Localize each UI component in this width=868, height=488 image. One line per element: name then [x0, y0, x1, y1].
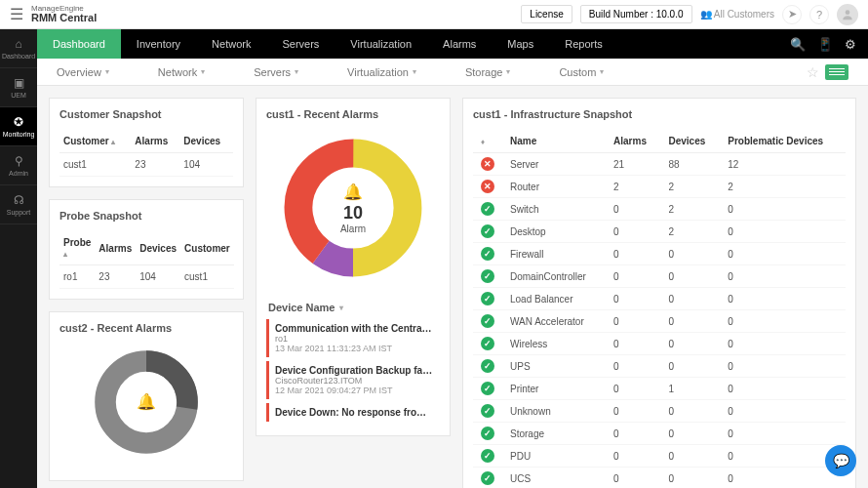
- table-row[interactable]: ✓ UCS 0 0 0: [473, 468, 846, 489]
- table-row[interactable]: ✓ WAN Accelerator 0 0 0: [473, 310, 846, 333]
- subnav-storage[interactable]: Storage ▾: [465, 66, 511, 78]
- gear-icon[interactable]: ⚙: [845, 37, 856, 52]
- infra-name: UPS: [502, 355, 606, 378]
- infra-problematic: 0: [720, 333, 846, 355]
- table-row[interactable]: ✓ Unknown 0 0 0: [473, 400, 846, 423]
- column-header[interactable]: Customer ▴: [59, 130, 131, 153]
- alarm-count: 10: [343, 203, 363, 224]
- alarm-item[interactable]: Device Down: No response from device for…: [266, 403, 440, 422]
- column-header[interactable]: Alarms: [95, 231, 136, 265]
- nav-tab-maps[interactable]: Maps: [492, 29, 549, 59]
- alarm-item[interactable]: Device Configuration Backup failed for 1…: [266, 361, 440, 399]
- column-header[interactable]: Devices: [660, 130, 720, 153]
- column-header[interactable]: Alarms: [606, 130, 660, 153]
- table-row[interactable]: ✓ Printer 0 1 0: [473, 378, 846, 400]
- infra-snapshot-panel: cust1 - Infrastructure Snapshot ♦NameAla…: [462, 98, 856, 488]
- nav-tab-reports[interactable]: Reports: [549, 29, 618, 59]
- nav-tab-inventory[interactable]: Inventory: [121, 29, 196, 59]
- infra-problematic: 0: [720, 243, 846, 265]
- infra-devices: 0: [660, 265, 720, 288]
- infra-alarms: 0: [606, 445, 660, 468]
- status-ok-icon: ✓: [481, 359, 494, 373]
- nav-icon[interactable]: ➤: [782, 5, 802, 24]
- column-header[interactable]: Probe ▴: [59, 231, 95, 265]
- infra-devices: 0: [660, 355, 720, 378]
- avatar[interactable]: [837, 4, 858, 25]
- alarm-list: Communication with the Central Server is…: [266, 319, 440, 422]
- panel-title: cust1 - Infrastructure Snapshot: [473, 108, 846, 120]
- infra-alarms: 0: [606, 265, 660, 288]
- device-name-header[interactable]: Device Name ▾: [266, 296, 440, 319]
- table-row[interactable]: ✓ Firewall 0 0 0: [473, 243, 846, 265]
- infra-devices: 2: [660, 198, 720, 221]
- subnav-network[interactable]: Network ▾: [158, 66, 205, 78]
- table-row[interactable]: ✓ UPS 0 0 0: [473, 355, 846, 378]
- infra-alarms: 21: [606, 153, 660, 176]
- sidebar-label: Support: [7, 209, 31, 216]
- column-header[interactable]: Alarms: [131, 130, 179, 153]
- table-row[interactable]: ✓ Desktop 0 2 0: [473, 221, 846, 243]
- column-header[interactable]: Devices: [179, 130, 233, 153]
- infra-alarms: 0: [606, 198, 660, 221]
- column-header[interactable]: Devices: [136, 231, 180, 265]
- infra-devices: 0: [660, 468, 720, 489]
- column-header[interactable]: ♦: [473, 130, 502, 153]
- column-header[interactable]: Name: [502, 130, 606, 153]
- help-icon[interactable]: ?: [809, 5, 829, 24]
- table-row[interactable]: ✓ DomainController 0 0 0: [473, 265, 846, 288]
- nav-tab-virtualization[interactable]: Virtualization: [335, 29, 427, 59]
- product-label: RMM Central: [31, 13, 97, 23]
- sidebar-item-admin[interactable]: ⚲Admin: [0, 146, 37, 185]
- sidebar: ⌂Dashboard▣UEM✪Monitoring⚲Admin☊Support: [0, 29, 37, 488]
- table-row[interactable]: ro123104cust1: [59, 265, 234, 289]
- table-row[interactable]: ✓ PDU 0 0 0: [473, 445, 846, 468]
- subnav-custom[interactable]: Custom ▾: [559, 66, 604, 78]
- infra-devices: 2: [660, 176, 720, 198]
- infra-alarms: 0: [606, 310, 660, 333]
- sidebar-item-monitoring[interactable]: ✪Monitoring: [0, 107, 37, 146]
- chat-fab[interactable]: 💬: [825, 445, 856, 476]
- customers-dropdown[interactable]: 👥 All Customers: [700, 9, 774, 20]
- infra-devices: 0: [660, 400, 720, 423]
- infra-name: Unknown: [502, 400, 606, 423]
- build-button[interactable]: Build Number : 10.0.0: [580, 5, 692, 23]
- column-header[interactable]: Problematic Devices: [720, 130, 846, 153]
- table-row[interactable]: ✕ Router 2 2 2: [473, 176, 846, 198]
- table-row[interactable]: ✓ Switch 0 2 0: [473, 198, 846, 221]
- status-ok-icon: ✓: [481, 337, 494, 350]
- table-row[interactable]: cust123104: [59, 153, 233, 177]
- infra-alarms: 0: [606, 423, 660, 445]
- hamburger-icon[interactable]: ☰: [10, 5, 23, 23]
- status-ok-icon: ✓: [481, 269, 494, 283]
- nav-tab-network[interactable]: Network: [196, 29, 266, 59]
- table-row[interactable]: ✓ Load Balancer 0 0 0: [473, 288, 846, 310]
- nav-tab-servers[interactable]: Servers: [266, 29, 335, 59]
- table-row[interactable]: ✓ Wireless 0 0 0: [473, 333, 846, 355]
- table-row[interactable]: ✕ Server 21 88 12: [473, 153, 846, 176]
- subnav-servers[interactable]: Servers ▾: [254, 66, 298, 78]
- nav-tab-dashboard[interactable]: Dashboard: [37, 29, 121, 59]
- subnav-overview[interactable]: Overview ▾: [57, 66, 109, 78]
- sidebar-item-support[interactable]: ☊Support: [0, 185, 37, 224]
- license-button[interactable]: License: [521, 5, 572, 23]
- subnav-virtualization[interactable]: Virtualization ▾: [347, 66, 416, 78]
- infra-name: Router: [502, 176, 606, 198]
- alarm-item[interactable]: Communication with the Central Server is…: [266, 319, 440, 357]
- device-icon[interactable]: 📱: [817, 37, 833, 52]
- nav-tab-alarms[interactable]: Alarms: [427, 29, 492, 59]
- column-header[interactable]: Customer: [180, 231, 234, 265]
- sidebar-item-dashboard[interactable]: ⌂Dashboard: [0, 29, 37, 68]
- table-row[interactable]: ✓ Storage 0 0 0: [473, 423, 846, 445]
- infra-problematic: 0: [720, 288, 846, 310]
- search-icon[interactable]: 🔍: [790, 37, 806, 52]
- status-error-icon: ✕: [481, 180, 494, 193]
- status-ok-icon: ✓: [481, 471, 494, 485]
- view-toggle[interactable]: [825, 64, 848, 80]
- nav-primary: DashboardInventoryNetworkServersVirtuali…: [37, 29, 868, 59]
- infra-alarms: 0: [606, 243, 660, 265]
- infra-alarms: 0: [606, 468, 660, 489]
- table-cell: ro1: [59, 265, 95, 289]
- favorite-icon[interactable]: ☆: [807, 64, 819, 80]
- sidebar-item-uem[interactable]: ▣UEM: [0, 68, 37, 107]
- infra-devices: 0: [660, 288, 720, 310]
